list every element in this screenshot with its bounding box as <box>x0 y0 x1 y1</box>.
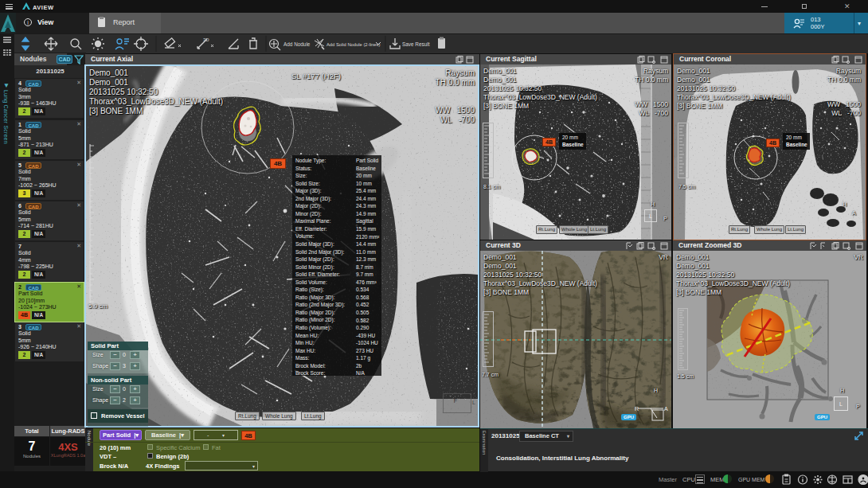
svg-text:Save Result: Save Result <box>402 41 430 47</box>
svg-text:Add Nodule: Add Nodule <box>283 41 311 47</box>
svg-text:R: R <box>635 406 639 412</box>
svg-text:3D: 3D <box>203 37 209 42</box>
svg-text:A: A <box>664 406 668 412</box>
svg-text:Add Solid Nodule (2-lines): Add Solid Nodule (2-lines) <box>326 42 380 47</box>
